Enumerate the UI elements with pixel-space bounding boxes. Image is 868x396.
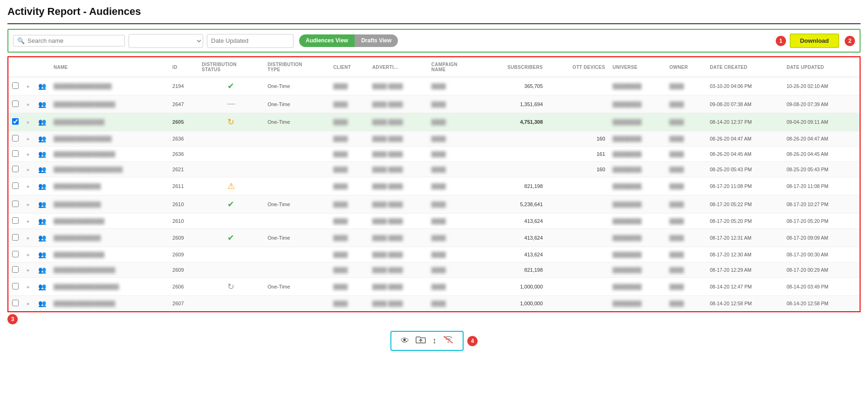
universe-text-4: ████████ [613,151,642,157]
row-checkbox-8[interactable] [12,217,19,224]
expand-arrow-5[interactable]: ► [26,167,31,172]
universe-text-1: ████████ [613,101,642,107]
row-dist-type-5 [264,162,329,177]
row-checkbox-2[interactable] [12,118,19,125]
drafts-view-button[interactable]: Drafts View [355,34,398,47]
search-icon: 🔍 [17,37,25,44]
expand-arrow-1[interactable]: ► [26,102,31,107]
client-text-9: ████ [333,235,348,241]
row-ott-6 [547,177,609,195]
row-checkbox-10[interactable] [12,251,19,257]
view-icon[interactable]: 👁 [401,336,409,346]
col-ott[interactable]: OTT DEVICES [547,57,609,77]
row-dist-type-4 [264,147,329,162]
svg-point-0 [448,342,449,343]
row-checkbox-6[interactable] [12,182,19,189]
expand-arrow-9[interactable]: ► [26,235,31,241]
name-text-7: █████████████ [54,201,101,207]
download-button[interactable]: Download [790,34,839,48]
col-name[interactable]: NAME [50,57,169,77]
row-dist-status-3 [198,131,264,147]
expand-arrow-11[interactable]: ► [26,268,31,273]
transfer-icon[interactable]: ↕ [432,336,437,346]
col-owner[interactable]: OWNER [666,57,706,77]
row-name-6: █████████████ [50,177,169,195]
row-dist-status-13 [198,296,264,311]
table-row: ► 👥 ███████████████████ 2621 ████ ████ █… [8,162,860,177]
row-checkbox-5[interactable] [12,166,19,172]
folder-icon[interactable] [416,336,426,346]
row-checkbox-1[interactable] [12,101,19,107]
advertiser-text-11: ████ ████ [372,267,403,273]
no-wifi-icon[interactable] [443,336,453,346]
col-universe[interactable]: UNIVERSE [609,57,666,77]
name-text-10: ██████████████ [54,252,104,257]
col-subscribers[interactable]: SUBSCRIBERS [480,57,547,77]
audience-icon-1: 👥 [38,101,46,108]
row-subscribers-13: 1,000,000 [480,296,547,311]
row-dist-status-7: ✔ [198,195,264,214]
row-checkbox-13[interactable] [12,300,19,306]
audience-icon-11: 👥 [38,266,46,274]
expand-arrow-12[interactable]: ► [26,284,31,289]
bottom-bar: 👁 ↕ 4 [7,327,861,355]
col-campaign[interactable]: CAMPAIGNNAME [428,57,480,77]
campaign-text-6: ████ [431,183,446,189]
advertiser-text-2: ████ ████ [372,119,403,125]
row-advertiser-6: ████ ████ [369,177,428,195]
col-date-created[interactable]: DATE CREATED [706,57,783,77]
expand-arrow-4[interactable]: ► [26,152,31,157]
table-row: ► 👥 ████████████████ 2636 ████ ████ ████ [8,131,860,147]
row-checkbox-4[interactable] [12,150,19,157]
col-client[interactable]: CLIENT [329,57,369,77]
date-input[interactable] [207,34,294,48]
col-dist-status[interactable]: DISTRIBUTIONSTATUS [198,57,264,77]
row-id-11: 2609 [169,262,198,278]
expand-arrow-8[interactable]: ► [26,219,31,224]
owner-text-10: ████ [670,252,684,257]
row-checkbox-7[interactable] [12,201,19,207]
search-input[interactable] [27,37,121,44]
col-id[interactable]: ID [169,57,198,77]
campaign-text-7: ████ [431,201,446,207]
row-checkbox-11[interactable] [12,266,19,273]
row-campaign-10: ████ [428,247,480,262]
row-universe-8: ████████ [609,214,666,229]
owner-text-12: ████ [670,284,684,289]
row-date-updated-1: 09-08-20 07:39 AM [783,95,860,113]
expand-arrow-7[interactable]: ► [26,202,31,207]
col-dist-type[interactable]: DISTRIBUTIONTYPE [264,57,329,77]
col-advertiser[interactable]: ADVERTI... [369,57,428,77]
row-id-10: 2609 [169,247,198,262]
row-date-updated-11: 08-17-20 00:29 AM [783,262,860,278]
row-advertiser-5: ████ ████ [369,162,428,177]
row-dist-type-8 [264,214,329,229]
row-date-updated-2: 09-04-20 09:11 AM [783,113,860,131]
expand-arrow-3[interactable]: ► [26,136,31,141]
row-checkbox-cell [8,195,22,214]
row-dist-type-3 [264,131,329,147]
row-advertiser-8: ████ ████ [369,214,428,229]
expand-arrow-10[interactable]: ► [26,252,31,257]
row-advertiser-7: ████ ████ [369,195,428,214]
client-text-7: ████ [333,201,348,207]
row-checkbox-3[interactable] [12,135,19,141]
row-checkbox-12[interactable] [12,283,19,289]
expand-arrow-0[interactable]: ► [26,84,31,89]
row-owner-0: ████ [666,77,706,95]
row-id-6: 2611 [169,177,198,195]
col-date-updated[interactable]: DATE UPDATED [783,57,860,77]
audiences-view-button[interactable]: Audiences View [299,34,355,47]
row-advertiser-1: ████ ████ [369,95,428,113]
row-date-updated-8: 08-17-20 05:20 PM [783,214,860,229]
row-checkbox-9[interactable] [12,234,19,241]
expand-arrow-13[interactable]: ► [26,301,31,306]
page-title: Activity Report - Audiences [7,6,141,18]
row-checkbox-0[interactable] [12,82,19,89]
expand-arrow-2[interactable]: ► [26,120,31,125]
universe-text-10: ████████ [613,252,642,257]
row-ott-8 [547,214,609,229]
row-campaign-13: ████ [428,296,480,311]
expand-arrow-6[interactable]: ► [26,184,31,189]
filter-select[interactable] [129,34,203,48]
